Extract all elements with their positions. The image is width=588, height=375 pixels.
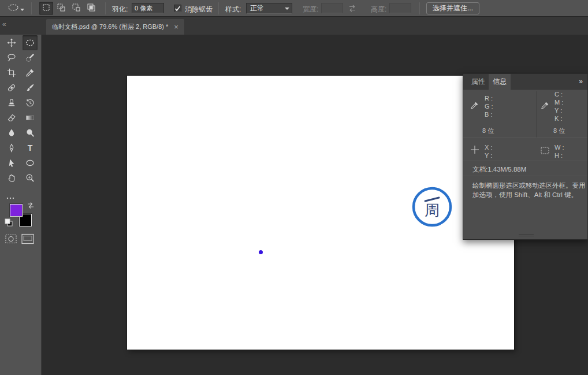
document-tab-title: 临时文档.psd @ 79.6% (图层 2, RGB/8) *: [52, 23, 168, 31]
antialias-label: 消除锯齿: [185, 5, 213, 14]
height-input[interactable]: [389, 3, 411, 13]
swap-dimensions-icon[interactable]: [348, 4, 357, 15]
tool-hint-line2: 加选项，使用 Shift、Alt 和 Ctrl 键。: [472, 191, 578, 199]
divider: [31, 2, 32, 14]
intersect-selection-icon: [87, 3, 96, 14]
eraser-tool-icon[interactable]: [4, 110, 19, 125]
k-label: K :: [554, 115, 562, 122]
feather-input[interactable]: 0 像素: [132, 3, 164, 13]
crop-tool-icon[interactable]: [4, 65, 19, 80]
subtract-from-selection-icon: [72, 3, 81, 14]
eyedropper-cmyk-icon: [541, 101, 549, 112]
divider: [463, 138, 587, 138]
add-to-selection-icon: [57, 3, 66, 14]
new-selection-icon: [42, 3, 51, 14]
divider: [463, 161, 587, 161]
feather-label: 羽化:: [112, 5, 128, 14]
tab-strip: « 临时文档.psd @ 79.6% (图层 2, RGB/8) * ×: [0, 17, 588, 35]
path-selection-tool-icon[interactable]: [4, 155, 19, 170]
c-label: C :: [554, 91, 563, 98]
divider: [419, 2, 420, 14]
screen-mode-icon[interactable]: [21, 233, 34, 247]
y-label: Y :: [485, 152, 492, 159]
tool-preset-button[interactable]: [5, 2, 27, 15]
collapse-toolbar-icon[interactable]: «: [2, 20, 6, 28]
panel-resize-gripper[interactable]: [519, 234, 534, 236]
divider: [463, 176, 587, 176]
zoom-tool-icon[interactable]: [23, 170, 38, 185]
edit-toolbar-icon[interactable]: [6, 192, 15, 202]
divider: [536, 91, 537, 138]
blur-tool-icon[interactable]: [4, 125, 19, 140]
document-canvas[interactable]: 周: [127, 76, 514, 350]
dodge-tool-icon[interactable]: [23, 125, 38, 140]
crosshair-icon: [471, 146, 479, 156]
ellipse-marquee-tool-icon[interactable]: [23, 35, 38, 50]
panel-menu-icon[interactable]: »: [575, 74, 587, 90]
lasso-tool-icon[interactable]: [4, 50, 19, 65]
intersect-selection-button[interactable]: [84, 2, 98, 15]
chevron-down-icon: [20, 3, 24, 14]
close-tab-icon[interactable]: ×: [174, 23, 178, 31]
y-label: Y :: [554, 107, 562, 114]
eyedropper-rgb-icon: [470, 101, 479, 112]
x-label: X :: [485, 144, 492, 151]
selection-bounds-icon: [541, 146, 549, 157]
swap-colors-icon[interactable]: [27, 201, 35, 211]
clone-stamp-tool-icon[interactable]: [4, 95, 19, 110]
b-label: B :: [485, 111, 492, 118]
rgb-bit-depth: 8 位: [482, 127, 494, 135]
m-label: M :: [554, 99, 563, 106]
quick-mask-icon[interactable]: [5, 234, 17, 246]
history-brush-tool-icon[interactable]: [23, 95, 38, 110]
document-tab[interactable]: 临时文档.psd @ 79.6% (图层 2, RGB/8) * ×: [46, 19, 184, 35]
logo-glyph: 周: [425, 202, 440, 219]
pen-tool-icon[interactable]: [4, 140, 19, 155]
brush-tool-icon[interactable]: [23, 80, 38, 95]
cmyk-bit-depth: 8 位: [553, 127, 565, 135]
style-dropdown[interactable]: 正常: [246, 3, 292, 14]
gradient-tool-icon[interactable]: [23, 110, 38, 125]
divider: [218, 2, 219, 14]
width-label: 宽度:: [303, 5, 318, 14]
width-input[interactable]: [321, 3, 343, 13]
h-label: H :: [554, 152, 563, 159]
toolbar: T: [0, 35, 42, 375]
divider: [105, 2, 106, 14]
tab-properties[interactable]: 属性: [467, 74, 489, 90]
type-tool-icon[interactable]: T: [23, 140, 38, 155]
tab-info[interactable]: 信息: [489, 74, 511, 90]
style-dropdown-value: 正常: [250, 4, 264, 12]
style-label: 样式:: [225, 5, 241, 14]
blue-dot-artwork: [259, 250, 263, 254]
r-label: R :: [485, 95, 493, 102]
w-label: W :: [554, 144, 564, 151]
eyedropper-tool-icon[interactable]: [23, 65, 38, 80]
document-size: 文档:1.43M/5.88M: [472, 165, 526, 174]
options-bar: 羽化: 0 像素 消除锯齿 样式: 正常 宽度: 高度: 选择并遮住...: [0, 0, 588, 17]
hand-tool-icon[interactable]: [4, 170, 19, 185]
g-label: G :: [485, 103, 493, 110]
info-panel: 属性 信息 » R : G : B : 8 位 C : M : Y : K : …: [463, 73, 588, 240]
info-panel-header: 属性 信息 »: [463, 74, 587, 90]
select-and-mask-button[interactable]: 选择并遮住...: [426, 2, 479, 14]
checkbox-check-icon: [174, 3, 181, 14]
height-label: 高度:: [371, 5, 386, 14]
new-selection-button[interactable]: [39, 2, 53, 15]
circle-logo-artwork: 周: [411, 185, 453, 231]
quick-selection-tool-icon[interactable]: [23, 50, 38, 65]
add-to-selection-button[interactable]: [54, 2, 68, 15]
tool-hint-line1: 绘制椭圆形选区或移动选区外框。要用: [472, 181, 586, 190]
chevron-down-icon: [285, 8, 289, 10]
move-tool-icon[interactable]: [4, 35, 19, 50]
antialias-checkbox[interactable]: [174, 5, 181, 12]
ellipse-marquee-icon: [8, 3, 19, 14]
spot-healing-tool-icon[interactable]: [4, 80, 19, 95]
subtract-from-selection-button[interactable]: [69, 2, 83, 15]
default-colors-icon[interactable]: [5, 218, 13, 229]
ellipse-shape-tool-icon[interactable]: [23, 155, 38, 170]
foreground-color-swatch[interactable]: [10, 204, 23, 217]
